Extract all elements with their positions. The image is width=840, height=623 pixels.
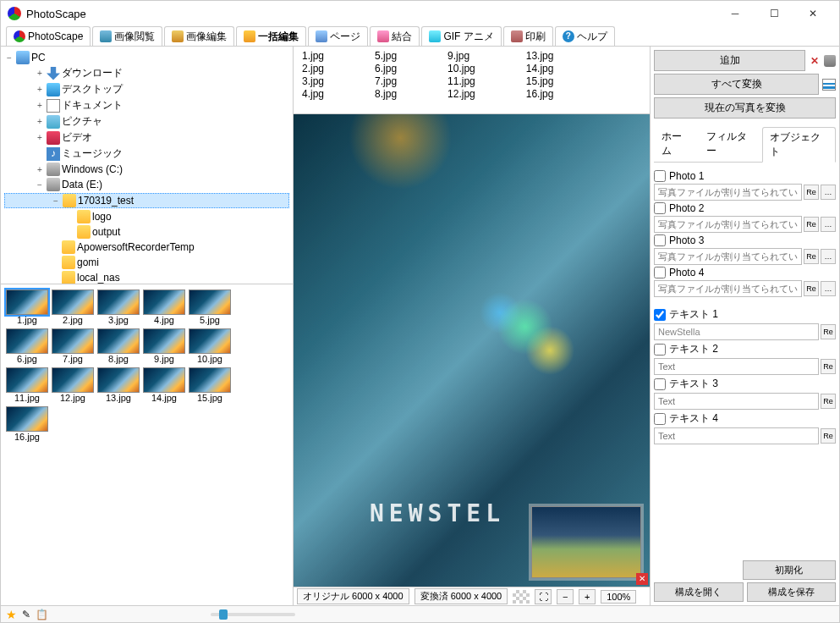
file-list-item[interactable]: 11.jpg — [447, 75, 475, 87]
reset-field-icon[interactable]: Re — [821, 359, 836, 374]
photo-input-2[interactable] — [654, 248, 802, 265]
text-input-1[interactable] — [654, 358, 819, 375]
file-list-item[interactable]: 14.jpg — [526, 63, 554, 74]
expander-icon[interactable]: + — [35, 117, 45, 127]
tree-item-2[interactable]: +ドキュメント — [4, 98, 289, 113]
tree-root-pc[interactable]: −PC — [4, 51, 289, 64]
tool-icon-2[interactable]: 📋 — [36, 609, 48, 620]
expander-icon[interactable]: + — [35, 69, 45, 79]
file-list-item[interactable]: 15.jpg — [526, 75, 554, 87]
text-checkbox-1[interactable] — [654, 344, 666, 356]
thumbnail-item[interactable]: 16.jpg — [6, 406, 48, 442]
tool-icon-1[interactable]: ✎ — [22, 609, 30, 620]
tree-item-0[interactable]: +ダウンロード — [4, 66, 289, 80]
tab-3[interactable]: 一括編集 — [236, 26, 306, 46]
expander-icon[interactable]: + — [35, 164, 45, 174]
reset-field-icon[interactable]: Re — [821, 428, 836, 444]
tree-item-7[interactable]: −Data (E:) — [4, 178, 289, 191]
expander-icon[interactable]: + — [35, 85, 45, 95]
browse-icon[interactable]: … — [821, 217, 836, 232]
tree-item-1[interactable]: +デスクトップ — [4, 82, 289, 96]
thumbnail-item[interactable]: 15.jpg — [189, 367, 231, 403]
tab-0[interactable]: PhotoScape — [6, 26, 91, 46]
thumbnail-item[interactable]: 4.jpg — [143, 289, 185, 325]
favorite-icon[interactable]: ★ — [6, 608, 17, 621]
thumb-size-slider[interactable] — [211, 613, 295, 616]
image-preview[interactable]: NEWSTEL ✕ — [294, 114, 650, 587]
thumbnail-item[interactable]: 5.jpg — [189, 289, 231, 325]
right-tab-2[interactable]: オブジェクト — [762, 127, 836, 163]
photo-input-3[interactable] — [654, 280, 802, 297]
close-button[interactable]: ✕ — [793, 1, 832, 26]
fit-button[interactable]: ⛶ — [535, 589, 552, 604]
transparency-toggle[interactable] — [513, 590, 530, 604]
minimize-button[interactable]: ─ — [716, 1, 755, 26]
file-list-item[interactable]: 1.jpg — [302, 50, 324, 62]
list-icon[interactable] — [822, 79, 836, 91]
text-checkbox-0[interactable] — [654, 309, 666, 321]
file-list-item[interactable]: 10.jpg — [447, 63, 475, 74]
file-list-item[interactable]: 4.jpg — [302, 88, 324, 100]
browse-icon[interactable]: … — [821, 185, 836, 200]
close-minimap-button[interactable]: ✕ — [636, 573, 648, 585]
convert-all-button[interactable]: すべて変換 — [654, 74, 819, 95]
thumbnail-item[interactable]: 6.jpg — [6, 328, 48, 364]
preview-minimap[interactable] — [531, 506, 641, 578]
expander-icon[interactable]: − — [51, 196, 61, 206]
text-input-2[interactable] — [654, 393, 819, 410]
tab-7[interactable]: 印刷 — [503, 26, 553, 46]
tab-1[interactable]: 画像閲覧 — [92, 26, 162, 46]
thumbnail-item[interactable]: 3.jpg — [97, 289, 140, 325]
text-input-0[interactable] — [654, 323, 819, 340]
expander-icon[interactable] — [35, 149, 45, 159]
tree-item-11[interactable]: ApowersoftRecorderTemp — [4, 240, 289, 254]
reset-button[interactable]: 初期化 — [743, 560, 837, 580]
reset-field-icon[interactable]: Re — [804, 249, 819, 264]
file-list-item[interactable]: 9.jpg — [447, 50, 475, 62]
thumbnail-item[interactable]: 12.jpg — [52, 367, 94, 403]
thumbnail-pane[interactable]: 1.jpg2.jpg3.jpg4.jpg5.jpg6.jpg7.jpg8.jpg… — [1, 284, 293, 605]
file-list-item[interactable]: 7.jpg — [375, 75, 397, 87]
expander-icon[interactable] — [50, 257, 60, 267]
expander-icon[interactable] — [50, 273, 60, 283]
tree-item-4[interactable]: +ビデオ — [4, 130, 289, 145]
photo-checkbox-1[interactable] — [654, 202, 666, 214]
tree-item-13[interactable]: local_nas — [4, 271, 289, 284]
file-list-item[interactable]: 8.jpg — [375, 88, 397, 100]
thumbnail-item[interactable]: 1.jpg — [6, 289, 48, 325]
thumbnail-item[interactable]: 11.jpg — [6, 367, 48, 403]
tab-6[interactable]: GIF アニメ — [421, 26, 501, 46]
open-config-button[interactable]: 構成を開く — [654, 582, 744, 602]
expander-icon[interactable] — [65, 212, 75, 222]
browse-icon[interactable]: … — [821, 249, 836, 264]
add-button[interactable]: 追加 — [654, 50, 805, 71]
expander-icon[interactable]: + — [35, 133, 45, 143]
browse-icon[interactable]: … — [821, 281, 836, 296]
zoom-out-button[interactable]: − — [557, 589, 574, 604]
file-list-item[interactable]: 13.jpg — [526, 50, 554, 62]
text-checkbox-3[interactable] — [654, 413, 666, 425]
tree-item-3[interactable]: +ピクチャ — [4, 114, 289, 129]
right-tab-1[interactable]: フィルター — [699, 126, 763, 162]
tree-item-6[interactable]: +Windows (C:) — [4, 163, 289, 176]
file-list-item[interactable]: 16.jpg — [526, 88, 554, 100]
file-list[interactable]: 1.jpg2.jpg3.jpg4.jpg5.jpg6.jpg7.jpg8.jpg… — [294, 47, 650, 114]
file-list-item[interactable]: 5.jpg — [375, 50, 397, 62]
expander-icon[interactable]: + — [35, 101, 45, 111]
thumbnail-item[interactable]: 8.jpg — [97, 328, 140, 364]
maximize-button[interactable]: ☐ — [755, 1, 793, 26]
file-list-item[interactable]: 3.jpg — [302, 75, 324, 87]
thumbnail-item[interactable]: 10.jpg — [189, 328, 231, 364]
expander-icon[interactable] — [65, 227, 75, 237]
tree-item-5[interactable]: ♪ミュージック — [4, 146, 289, 161]
file-list-item[interactable]: 6.jpg — [375, 63, 397, 74]
text-checkbox-2[interactable] — [654, 378, 666, 390]
tab-4[interactable]: ページ — [308, 26, 368, 46]
photo-checkbox-0[interactable] — [654, 170, 666, 182]
remove-icon[interactable]: ✕ — [809, 55, 821, 67]
reset-field-icon[interactable]: Re — [804, 185, 819, 200]
photo-checkbox-3[interactable] — [654, 267, 666, 278]
tree-item-10[interactable]: output — [4, 225, 289, 239]
right-tab-0[interactable]: ホーム — [654, 126, 699, 162]
save-config-button[interactable]: 構成を保存 — [747, 582, 837, 602]
